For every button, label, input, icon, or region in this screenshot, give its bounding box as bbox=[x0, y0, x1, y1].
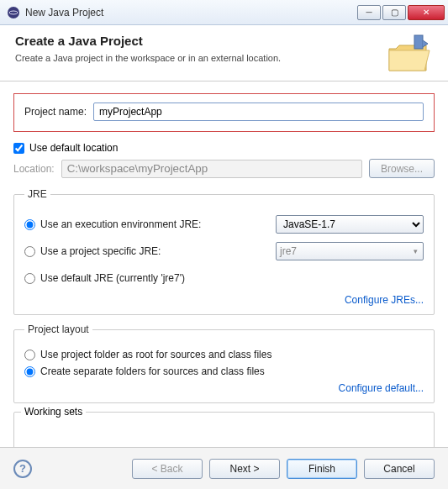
location-input bbox=[61, 160, 362, 178]
browse-button: Browse... bbox=[369, 159, 435, 178]
working-sets-legend: Working sets bbox=[21, 406, 86, 418]
layout-root-label: Use project folder as root for sources a… bbox=[40, 349, 271, 360]
jre-legend: JRE bbox=[24, 188, 50, 200]
project-layout-legend: Project layout bbox=[24, 323, 92, 335]
close-button[interactable]: ✕ bbox=[408, 5, 445, 20]
jre-exec-env-select[interactable]: JavaSE-1.7 bbox=[276, 215, 424, 234]
jre-project-label: Use a project specific JRE: bbox=[40, 245, 161, 257]
project-name-input[interactable] bbox=[93, 103, 424, 121]
jre-default-radio[interactable] bbox=[24, 273, 35, 284]
window-title: New Java Project bbox=[25, 7, 357, 18]
jre-project-select: jre7 bbox=[276, 242, 424, 260]
help-button[interactable]: ? bbox=[13, 460, 32, 478]
next-button[interactable]: Next > bbox=[209, 459, 280, 479]
project-name-group: Project name: bbox=[13, 93, 435, 132]
cancel-button[interactable]: Cancel bbox=[364, 459, 435, 479]
page-title: Create a Java Project bbox=[15, 34, 379, 48]
titlebar: New Java Project ─ ▢ ✕ bbox=[0, 0, 448, 25]
jre-exec-env-radio[interactable] bbox=[24, 219, 35, 230]
use-default-location-checkbox[interactable] bbox=[13, 143, 24, 154]
page-subtitle: Create a Java project in the workspace o… bbox=[15, 53, 379, 63]
location-label: Location: bbox=[13, 163, 55, 175]
configure-jres-link[interactable]: Configure JREs... bbox=[345, 294, 424, 306]
configure-default-link[interactable]: Configure default... bbox=[339, 382, 424, 394]
jre-group: JRE Use an execution environment JRE: Ja… bbox=[13, 188, 435, 315]
dialog-footer: ? < Back Next > Finish Cancel bbox=[0, 447, 448, 489]
finish-button[interactable]: Finish bbox=[287, 459, 357, 479]
jre-exec-env-label: Use an execution environment JRE: bbox=[40, 218, 201, 230]
back-button: < Back bbox=[132, 459, 203, 479]
eclipse-icon bbox=[7, 6, 20, 19]
layout-separate-radio[interactable] bbox=[24, 366, 35, 377]
dialog-header: Create a Java Project Create a Java proj… bbox=[0, 25, 448, 82]
layout-root-radio[interactable] bbox=[24, 350, 35, 360]
layout-separate-label: Create separate folders for sources and … bbox=[40, 365, 265, 377]
maximize-button[interactable]: ▢ bbox=[382, 5, 406, 20]
jre-default-label: Use default JRE (currently 'jre7') bbox=[40, 272, 185, 284]
jre-project-radio[interactable] bbox=[24, 246, 35, 257]
use-default-location-label: Use default location bbox=[29, 142, 118, 154]
project-layout-group: Project layout Use project folder as roo… bbox=[13, 323, 435, 403]
folder-java-icon bbox=[386, 34, 433, 74]
minimize-button[interactable]: ─ bbox=[357, 5, 381, 20]
svg-rect-2 bbox=[414, 35, 423, 49]
project-name-label: Project name: bbox=[24, 106, 87, 118]
